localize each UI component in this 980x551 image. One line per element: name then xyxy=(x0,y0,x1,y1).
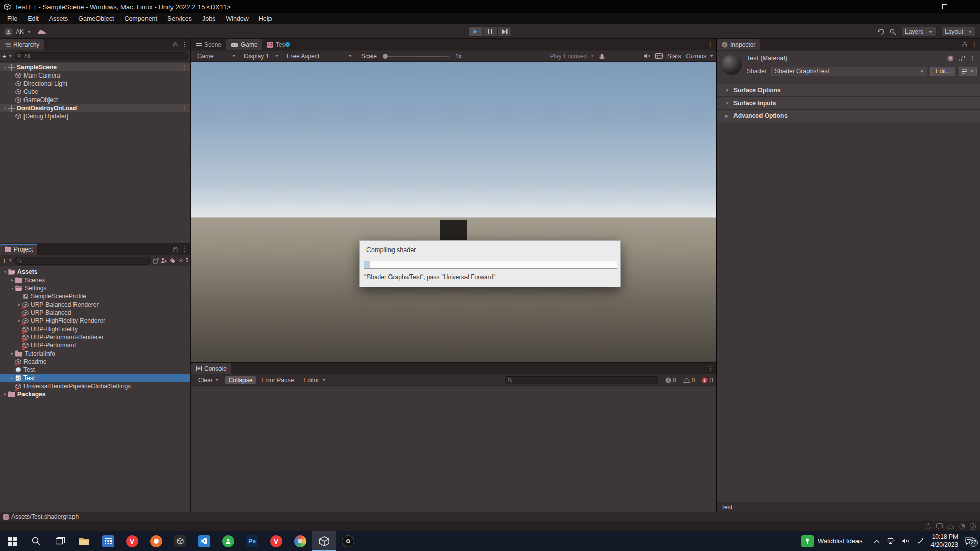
error-count[interactable]: ! 0 xyxy=(702,377,713,384)
menu-file[interactable]: File xyxy=(2,13,22,24)
stats-button[interactable]: Stats xyxy=(667,53,681,60)
panel-menu-icon[interactable]: ⋮ xyxy=(971,41,977,48)
add-caret-icon[interactable]: ▼ xyxy=(8,258,12,263)
watchlist-widget[interactable]: Watchlist Ideas xyxy=(801,535,863,547)
taskbar-app-unity-editor-icon[interactable] xyxy=(312,531,336,551)
foldout-open-icon[interactable]: ▼ xyxy=(9,287,15,290)
lock-icon[interactable] xyxy=(173,42,178,47)
vsync-grid-icon[interactable] xyxy=(655,53,663,59)
panel-menu-icon[interactable]: ⋮ xyxy=(182,245,188,253)
taskbar-app-unity-hub-icon[interactable] xyxy=(168,531,192,551)
account-caret-icon[interactable]: ▼ xyxy=(27,30,31,34)
display-dropdown[interactable]: Display 1▼ xyxy=(241,52,282,61)
hidden-count-eye-icon[interactable]: 5 xyxy=(178,258,188,263)
taskbar-app-browser-colorful-icon[interactable] xyxy=(288,531,312,551)
hierarchy-item-gameobject[interactable]: GameObject xyxy=(0,96,190,104)
tab-project[interactable]: Project xyxy=(0,244,37,255)
menu-assets[interactable]: Assets xyxy=(44,13,74,24)
shader-edit-button[interactable]: Edit... xyxy=(930,67,955,76)
project-item-urp-balanced[interactable]: {}URP-Balanced xyxy=(0,309,190,317)
project-item-urp-highfidelity-renderer[interactable]: ▶{}URP-HighFidelity-Renderer xyxy=(0,317,190,325)
undo-history-icon[interactable] xyxy=(877,28,885,35)
menu-component[interactable]: Component xyxy=(119,13,162,24)
play-button[interactable] xyxy=(468,26,482,37)
foldout-surface-options[interactable]: ▼Surface Options xyxy=(717,84,980,97)
aspect-dropdown[interactable]: Free Aspect▼ xyxy=(284,52,355,61)
menu-edit[interactable]: Edit xyxy=(22,13,44,24)
foldout-closed-icon[interactable]: ▶ xyxy=(9,352,15,356)
network-icon[interactable] xyxy=(887,538,895,544)
cloud-icon[interactable] xyxy=(37,29,46,35)
clear-button[interactable]: Clear▼ xyxy=(194,376,223,384)
panel-menu-icon[interactable]: ⋮ xyxy=(182,41,188,48)
taskbar-app-vivaldi-icon[interactable]: V xyxy=(120,531,144,551)
project-item-settings[interactable]: ▼Settings xyxy=(0,284,190,292)
help-icon[interactable]: ? xyxy=(947,55,954,62)
menu-jobs[interactable]: Jobs xyxy=(197,13,220,24)
close-button[interactable] xyxy=(957,0,980,13)
project-item-test[interactable]: Test xyxy=(0,366,190,374)
tab-scene[interactable]: Scene xyxy=(191,39,226,50)
project-item-universalrenderpipelineglobalsettings[interactable]: {}UniversalRenderPipelineGlobalSettings xyxy=(0,382,190,390)
hierarchy-item-dontdestroyonload[interactable]: ▼DontDestroyOnLoad⋮ xyxy=(0,104,190,112)
taskbar-app-start-icon[interactable] xyxy=(0,531,24,551)
project-item-urp-highfidelity[interactable]: {}URP-HighFidelity xyxy=(0,325,190,333)
menu-gameobject[interactable]: GameObject xyxy=(73,13,119,24)
asset-preview-bar[interactable]: Test xyxy=(717,502,980,512)
account-label[interactable]: AK xyxy=(16,28,24,35)
taskbar-clock[interactable]: 10:18 PM 4/20/2023 xyxy=(931,533,958,549)
maximize-button[interactable] xyxy=(933,0,957,13)
foldout-open-icon[interactable]: ▼ xyxy=(2,66,8,69)
shader-dropdown[interactable]: Shader Graphs/Test▼ xyxy=(771,67,927,76)
add-button[interactable]: + xyxy=(2,257,6,265)
lock-icon[interactable] xyxy=(962,42,967,47)
frame-debugger-icon[interactable] xyxy=(599,53,605,59)
project-item-scenes[interactable]: ▶Scenes xyxy=(0,276,190,284)
menu-help[interactable]: Help xyxy=(254,13,277,24)
notifications-icon[interactable]: 27 xyxy=(965,537,974,545)
hierarchy-item-samplescene[interactable]: ▼SampleScene⋮ xyxy=(0,63,190,71)
foldout-open-icon[interactable]: ▼ xyxy=(2,107,8,110)
layers-dropdown[interactable]: Layers▼ xyxy=(901,27,936,37)
taskbar-app-search-icon[interactable] xyxy=(24,531,48,551)
collapse-toggle[interactable]: Collapse xyxy=(225,376,256,384)
menu-services[interactable]: Services xyxy=(162,13,197,24)
error-pause-toggle[interactable]: Error Pause xyxy=(258,376,298,384)
hierarchy-item-main-camera[interactable]: Main Camera xyxy=(0,71,190,80)
taskbar-app-app-green-icon[interactable] xyxy=(216,531,240,551)
scale-slider[interactable] xyxy=(383,56,449,57)
hierarchy-item-cube[interactable]: Cube xyxy=(0,88,190,96)
volume-icon[interactable] xyxy=(902,538,910,544)
hierarchy-search-input[interactable] xyxy=(14,52,188,60)
foldout-surface-inputs[interactable]: ▼Surface Inputs xyxy=(717,97,980,110)
check-status-icon[interactable] xyxy=(970,523,976,530)
project-search-input[interactable] xyxy=(14,257,151,265)
layout-dropdown[interactable]: Layout▼ xyxy=(941,27,976,37)
status-bar[interactable]: Assets/Test.shadergraph xyxy=(0,512,980,521)
mute-audio-icon[interactable] xyxy=(644,53,651,59)
display-mode-dropdown[interactable]: Game▼ xyxy=(194,52,239,61)
tab-console[interactable]: Console xyxy=(191,363,231,374)
tray-chevron-icon[interactable] xyxy=(874,539,880,543)
add-caret-icon[interactable]: ▼ xyxy=(8,54,12,58)
project-item-urp-balanced-renderer[interactable]: ▶{}URP-Balanced-Renderer xyxy=(0,300,190,309)
project-item-samplesceneprofile[interactable]: SampleSceneProfile xyxy=(0,292,190,300)
material-menu-icon[interactable]: ⋮ xyxy=(970,55,976,62)
open-asset-icon[interactable] xyxy=(153,258,159,264)
taskbar-app-vscode-icon[interactable] xyxy=(192,531,216,551)
foldout-open-icon[interactable]: ▼ xyxy=(2,270,8,274)
taskbar-app-vivaldi-2-icon[interactable]: V xyxy=(264,531,288,551)
step-button[interactable] xyxy=(498,26,512,37)
project-item-readme[interactable]: {}Readme xyxy=(0,358,190,366)
project-item-test[interactable]: ▶Test xyxy=(0,374,190,382)
foldout-advanced-options[interactable]: ▶Advanced Options xyxy=(717,110,980,122)
gizmos-dropdown[interactable]: Gizmos▼ xyxy=(685,53,714,60)
message-icon[interactable] xyxy=(936,523,943,529)
item-menu-icon[interactable]: ⋮ xyxy=(181,64,187,71)
warning-count[interactable]: 0 xyxy=(683,377,695,384)
taskbar-app-file-explorer-icon[interactable] xyxy=(72,531,96,551)
favorites-icon[interactable] xyxy=(161,258,167,264)
search-icon[interactable] xyxy=(890,29,896,35)
panel-menu-icon[interactable]: ⋮ xyxy=(707,41,714,48)
refresh-icon[interactable] xyxy=(925,523,932,530)
